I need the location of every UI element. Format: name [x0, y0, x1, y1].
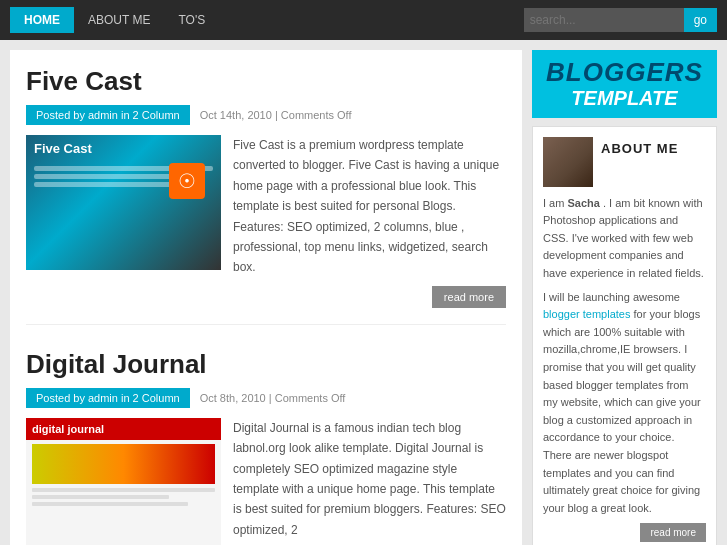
about-me-box: ABOUT ME I am Sacha . I am bit known wit… — [532, 126, 717, 545]
about-read-more: read more — [543, 523, 706, 542]
post-date: Oct 8th, 2010 | Comments Off — [200, 392, 346, 404]
post-date: Oct 14th, 2010 | Comments Off — [200, 109, 352, 121]
post-category-badge: Posted by admin in 2 Column — [26, 105, 190, 125]
post-body: digital journal Digital Journal is a fam… — [26, 418, 506, 545]
about-text-4: for your blogs which are 100% suitable w… — [543, 308, 701, 514]
about-text-1: I am — [543, 197, 567, 209]
about-text-3: I will be launching awesome — [543, 291, 680, 303]
brand-title: BLOGGERS — [540, 58, 709, 87]
sidebar: BLOGGERS TEMPLATE ABOUT ME I am Sacha . … — [532, 50, 717, 545]
navigation: HOME ABOUT ME TO'S go — [0, 0, 727, 40]
post-thumbnail: digital journal — [26, 418, 221, 545]
search-button[interactable]: go — [684, 8, 717, 32]
post-title: Five Cast — [26, 66, 506, 97]
post-item: Digital Journal Posted by admin in 2 Col… — [26, 349, 506, 545]
thumb-image: Five Cast ☉ — [26, 135, 221, 270]
about-me-title: ABOUT ME — [601, 137, 678, 156]
about-link[interactable]: blogger templates — [543, 308, 630, 320]
about-read-more-button[interactable]: read more — [640, 523, 706, 542]
avatar-image — [543, 137, 593, 187]
thumb-body — [26, 440, 221, 513]
thumb-header: digital journal — [26, 418, 221, 440]
thumb-title: Five Cast — [26, 135, 221, 162]
thumb-line — [32, 495, 169, 499]
nav-tos[interactable]: TO'S — [164, 7, 219, 33]
post-meta: Posted by admin in 2 Column Oct 8th, 201… — [26, 388, 506, 408]
thumb-img-placeholder — [32, 444, 215, 484]
post-category-badge: Posted by admin in 2 Column — [26, 388, 190, 408]
about-me-text-2: I will be launching awesome blogger temp… — [543, 289, 706, 518]
read-more-button[interactable]: read more — [432, 286, 506, 308]
search-input[interactable] — [524, 8, 684, 32]
post-thumbnail: Five Cast ☉ — [26, 135, 221, 270]
main-content: Five Cast Posted by admin in 2 Column Oc… — [10, 50, 522, 545]
thumb-line — [34, 174, 177, 179]
read-more-area: read more — [233, 286, 506, 308]
post-item: Five Cast Posted by admin in 2 Column Oc… — [26, 66, 506, 325]
post-desc-text: Five Cast is a premium wordpress templat… — [233, 138, 499, 274]
avatar — [543, 137, 593, 187]
nav-home[interactable]: HOME — [10, 7, 74, 33]
about-me-header: ABOUT ME — [543, 137, 706, 187]
post-description: Digital Journal is a famous indian tech … — [233, 418, 506, 545]
thumb-line — [32, 502, 188, 506]
thumb-title-2: digital journal — [32, 423, 104, 435]
page-layout: Five Cast Posted by admin in 2 Column Oc… — [0, 40, 727, 545]
thumb-image-2: digital journal — [26, 418, 221, 545]
post-title: Digital Journal — [26, 349, 506, 380]
nav-about[interactable]: ABOUT ME — [74, 7, 164, 33]
rss-icon: ☉ — [169, 163, 205, 199]
post-body: Five Cast ☉ Five Cast is a premium wordp… — [26, 135, 506, 308]
brand-box: BLOGGERS TEMPLATE — [532, 50, 717, 118]
brand-subtitle: TEMPLATE — [540, 87, 709, 110]
about-me-text: I am Sacha . I am bit known with Photosh… — [543, 195, 706, 283]
post-meta: Posted by admin in 2 Column Oct 14th, 20… — [26, 105, 506, 125]
post-description: Five Cast is a premium wordpress templat… — [233, 135, 506, 308]
thumb-line — [32, 488, 215, 492]
nav-search-area: go — [524, 8, 717, 32]
about-name: Sacha — [567, 197, 599, 209]
post-desc-text: Digital Journal is a famous indian tech … — [233, 421, 506, 537]
